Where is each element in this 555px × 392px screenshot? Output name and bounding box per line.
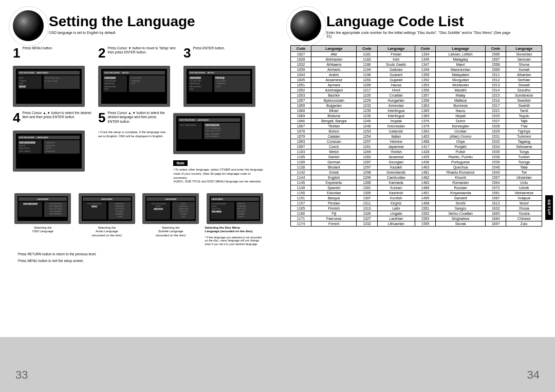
table-cell: Somali (506, 67, 542, 72)
table-cell: Kirundi (436, 175, 486, 180)
table-cell: 1298 (357, 170, 377, 175)
table-cell: 1564 (486, 180, 506, 185)
selecting-subtitle: LANGUAGE OSD LANGUAGEAUDIOSUB TITLEAUTOE… (141, 193, 201, 246)
table-cell: 1489 (415, 185, 435, 191)
step-num: 3 (183, 46, 191, 60)
table-header: Code (486, 46, 506, 52)
table-cell: Moldavian (436, 83, 486, 88)
table-cell: 1157 (291, 201, 311, 206)
table-cell: Occitan (436, 129, 486, 134)
table-cell: Urdu (506, 180, 542, 185)
table-header: Language (506, 46, 542, 52)
table-cell: 1311 (357, 201, 377, 206)
table-row: 1059Bulgarian1233Armenian1363Burmese1517… (291, 103, 542, 108)
table-cell: Samoan (506, 57, 542, 62)
table-row: 1142Greek1298Greenlandic1481Rhaeto-Roman… (291, 170, 542, 175)
table-cell: Hausa (377, 83, 415, 88)
table-cell: Chinese (506, 216, 542, 221)
table-cell: Ukrainian (506, 175, 542, 180)
table-cell: Fiji (311, 211, 357, 216)
table-cell: Afar (311, 52, 357, 57)
table-cell: Sesotho (506, 88, 542, 93)
table-cell: 1027 (291, 52, 311, 57)
table-cell: Rhaeto-Romance (436, 170, 486, 175)
table-cell: 1166 (291, 211, 311, 216)
table-row: 1057Byelorussian1229Hungarian1358Maltese… (291, 98, 542, 103)
table-cell: Dutch (436, 119, 486, 124)
table-cell: 1369 (415, 114, 435, 119)
table-row: 1109German1287Georgian1436Portuguese1539… (291, 160, 542, 165)
manual-spread: Setting the Language OSD language is set… (0, 0, 555, 392)
table-cell: 1261 (357, 144, 377, 150)
table-cell: Yiddish (377, 150, 415, 155)
selecting-osd: LANGUAGE OSD LANGUAGEOSD ENGLISHOSD FRAN… (13, 193, 73, 246)
table-cell: Bihari (311, 108, 357, 114)
step-text: Press Cursor ▼ button to move to 'Setup'… (107, 46, 179, 55)
table-cell: 1491 (415, 191, 435, 196)
table-cell: 1532 (486, 139, 506, 144)
table-cell: Turkmen (506, 134, 542, 139)
table-cell: 1697 (486, 221, 506, 227)
table-cell: Swedish (506, 98, 542, 103)
table-cell: Catalan (311, 134, 357, 139)
table-row: 1093Corsican1257Hebrew1408Oriya1532Tagal… (291, 139, 542, 144)
table-cell: Latvian, Lettish (436, 52, 486, 57)
table-row: 1145Esperanto1300Kannada1483Romanian1564… (291, 180, 542, 185)
table-cell: 1632 (486, 206, 506, 211)
table-cell: 1498 (415, 201, 435, 206)
side-tab-setup: SETUP (545, 195, 553, 220)
table-cell: 1557 (486, 175, 506, 180)
table-cell: Tamil (506, 108, 542, 114)
table-cell: Bulgarian (311, 103, 357, 108)
table-row: 1105Danish1283Javanese1435Pashto, Pushto… (291, 155, 542, 160)
table-cell: Polish (436, 150, 486, 155)
table-cell: 1226 (357, 93, 377, 98)
table-cell: 1539 (486, 160, 506, 165)
table-cell: Tajik (506, 119, 542, 124)
table-row: 1045Assamese1203Gujarati1352Mongolian151… (291, 78, 542, 83)
table-cell: 1543 (486, 170, 506, 175)
table-cell: Kurdish (377, 196, 415, 201)
table-cell: Hungarian (377, 98, 415, 103)
table-cell: Kashmiri (377, 191, 415, 196)
table-cell: 1534 (486, 144, 506, 150)
table-cell: Guarani (377, 72, 415, 78)
table-cell: 1379 (415, 124, 435, 129)
page-right: Language Code List Enter the appropriate… (278, 0, 555, 392)
table-cell: 1174 (291, 221, 311, 227)
table-cell: 1297 (357, 165, 377, 170)
table-cell: 1514 (486, 88, 506, 93)
table-cell: Amharic (311, 67, 357, 72)
table-cell: 1527 (486, 119, 506, 124)
table-cell: 1365 (415, 108, 435, 114)
table-cell: Indonesian (377, 124, 415, 129)
label: Subtitle Language (158, 230, 183, 233)
table-cell: Czech (311, 144, 357, 150)
table-cell: 1039 (291, 67, 311, 72)
table-cell: 1334 (415, 52, 435, 57)
table-cell: 1408 (415, 139, 435, 144)
table-cell: 1171 (291, 216, 311, 221)
table-cell: 1512 (486, 78, 506, 83)
table-cell: 1245 (357, 119, 377, 124)
table-cell: 1516 (486, 98, 506, 103)
table-cell: Byelorussian (311, 98, 357, 103)
table-cell: 1283 (357, 155, 377, 160)
table-cell: 1581 (486, 191, 506, 196)
table-cell: 1257 (357, 139, 377, 144)
table-row: 1053Bashkir1226Croatian1357Malay1515Sund… (291, 93, 542, 98)
table-cell: 1053 (291, 93, 311, 98)
table-cell: Malay (436, 93, 486, 98)
table-header: Language (436, 46, 486, 52)
table-cell: 1067 (291, 124, 311, 129)
table-row: 1027Afar1181Frisian1334Latvian, Lettish1… (291, 52, 542, 57)
table-cell: Bislama (311, 114, 357, 119)
table-row: 1171Faeroese1327Laothian1503Singhalese16… (291, 216, 542, 221)
setup-screen: LANGUAGE OSD LANGUAGEAUDIOSUB TITLEAUTOE… (142, 193, 199, 224)
table-cell: Arabic (311, 72, 357, 78)
table-cell: 1357 (415, 93, 435, 98)
speaker-icon (290, 10, 321, 41)
table-cell: Burmese (436, 103, 486, 108)
table-cell: French (311, 221, 357, 227)
table-cell: Greenlandic (377, 170, 415, 175)
